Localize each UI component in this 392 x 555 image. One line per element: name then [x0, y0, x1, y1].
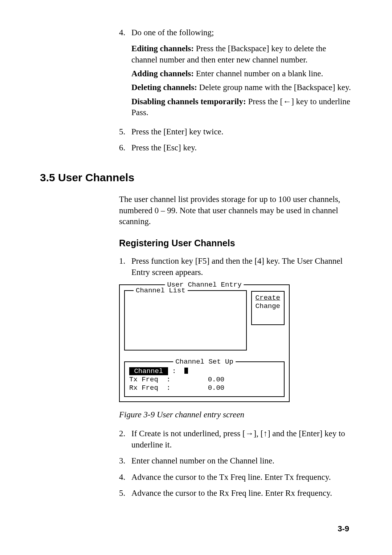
- subsection-heading: Registering User Channels: [119, 238, 352, 248]
- list-item-5: 5. Press the [Enter] key twice.: [119, 126, 352, 137]
- channel-setup-legend: Channel Set Up: [173, 358, 236, 366]
- sub-label: Adding channels:: [131, 69, 194, 78]
- page-number: 3-9: [40, 524, 352, 534]
- channel-setup-frame: Channel Set Up Channel : Tx Freq : 0.00 …: [124, 361, 285, 397]
- sub-deleting: Deleting channels: Delete group name wit…: [131, 82, 352, 93]
- sub-text: Delete group name with the [Backspace] k…: [197, 83, 351, 92]
- step-4: 4. Advance the cursor to the Tx Freq lin…: [119, 472, 352, 483]
- top-list-block: 4. Do one of the following; Editing chan…: [119, 27, 352, 153]
- list-body: Advance the cursor to the Rx Freq line. …: [131, 488, 352, 499]
- sub-label: Disabling channels temporarily:: [131, 97, 246, 106]
- intro-paragraph: The user channel list provides storage f…: [119, 194, 352, 227]
- page: 4. Do one of the following; Editing chan…: [0, 0, 392, 555]
- list-item-6: 6. Press the [Esc] key.: [119, 142, 352, 153]
- rx-freq-line[interactable]: Rx Freq : 0.00: [129, 384, 279, 392]
- list-body: Press the [Esc] key.: [131, 142, 352, 153]
- list-body: Advance the cursor to the Tx Freq line. …: [131, 472, 352, 483]
- list-number: 5.: [119, 488, 131, 499]
- step-2: 2. If Create is not underlined, press [→…: [119, 428, 352, 450]
- sub-label: Deleting channels:: [131, 83, 197, 92]
- colon: :: [172, 367, 176, 375]
- outer-frame: User Channel Entry Channel List Create C…: [119, 284, 290, 402]
- channel-label-inverted: Channel: [129, 367, 168, 375]
- sub-editing: Editing channels: Press the [Backspace] …: [131, 43, 352, 65]
- channel-list-frame: Channel List: [124, 290, 247, 351]
- list-number: 3.: [119, 455, 131, 466]
- list-number: 4.: [119, 27, 131, 38]
- list-number: 5.: [119, 126, 131, 137]
- step-5: 5. Advance the cursor to the Rx Freq lin…: [119, 488, 352, 499]
- user-channel-entry-screen: User Channel Entry Channel List Create C…: [119, 284, 290, 402]
- list-body: If Create is not underlined, press [→], …: [131, 428, 352, 450]
- channel-list-legend: Channel List: [134, 287, 188, 295]
- list-body: Press function key [F5] and then the [4]…: [131, 256, 352, 278]
- top-row: Channel List Create Change: [124, 290, 285, 351]
- sub-adding: Adding channels: Enter channel number on…: [131, 68, 352, 79]
- section-body: The user channel list provides storage f…: [119, 194, 352, 499]
- list-body: Press the [Enter] key twice.: [131, 126, 352, 137]
- list-number: 4.: [119, 472, 131, 483]
- list-body: Enter channel number on the Channel line…: [131, 455, 352, 466]
- list-number: 6.: [119, 142, 131, 153]
- sub-disabling: Disabling channels temporarily: Press th…: [131, 96, 352, 118]
- figure-caption: Figure 3-9 User channel entry screen: [119, 410, 352, 420]
- sub-label: Editing channels:: [131, 44, 194, 53]
- step-3: 3. Enter channel number on the Channel l…: [119, 455, 352, 466]
- list-number: 1.: [119, 256, 131, 278]
- list-number: 2.: [119, 428, 131, 450]
- tx-freq-line[interactable]: Tx Freq : 0.00: [129, 376, 279, 384]
- cursor-block-icon[interactable]: [184, 368, 188, 374]
- channel-line: Channel :: [129, 367, 279, 376]
- list-body: Do one of the following;: [131, 27, 352, 38]
- list-item-4: 4. Do one of the following;: [119, 27, 352, 38]
- step-1: 1. Press function key [F5] and then the …: [119, 256, 352, 278]
- menu-change[interactable]: Change: [256, 302, 280, 311]
- sub-text: Enter channel number on a blank line.: [194, 69, 323, 78]
- side-menu: Create Change: [251, 291, 285, 325]
- menu-create[interactable]: Create: [256, 294, 280, 302]
- section-heading: 3.5 User Channels: [40, 171, 352, 184]
